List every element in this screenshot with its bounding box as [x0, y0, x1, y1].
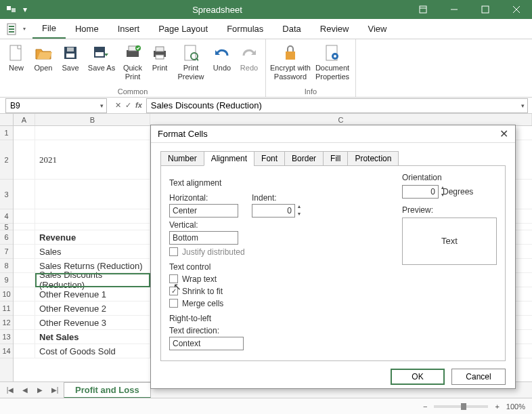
- open-button[interactable]: Open: [30, 42, 57, 74]
- cell[interactable]: Sales: [35, 245, 150, 259]
- spin-up-icon[interactable]: ▲: [438, 185, 447, 192]
- col-header[interactable]: A: [14, 114, 35, 125]
- menu-pagelayout[interactable]: Page Layout: [149, 20, 217, 38]
- spin-down-icon[interactable]: ▼: [294, 211, 304, 219]
- menu-review[interactable]: Review: [311, 20, 359, 38]
- formula-bar: B9 ✕ ✓ fx Sales Discounts (Reduction): [0, 98, 532, 114]
- tab-fill[interactable]: Fill: [323, 151, 348, 166]
- menu-view[interactable]: View: [358, 20, 396, 38]
- row-header[interactable]: 3: [0, 180, 13, 209]
- row-header[interactable]: 14: [0, 344, 13, 358]
- zoom-out-button[interactable]: −: [423, 402, 427, 411]
- row-header[interactable]: 7: [0, 245, 13, 259]
- tab-font[interactable]: Font: [254, 151, 285, 166]
- row-header[interactable]: 5: [0, 224, 13, 230]
- row-header[interactable]: 11: [0, 302, 13, 316]
- spin-up-icon[interactable]: ▲: [294, 204, 304, 211]
- save-button[interactable]: Save: [57, 42, 84, 74]
- sheet-nav-next[interactable]: ▶: [34, 386, 46, 394]
- merge-cells-checkbox[interactable]: [169, 299, 178, 308]
- cell[interactable]: Other Revenue 3: [35, 316, 150, 330]
- zoom-level[interactable]: 100%: [506, 402, 525, 411]
- cell-selected[interactable]: Sales Discounts (Reduction): [35, 273, 150, 287]
- col-header[interactable]: C: [150, 114, 532, 125]
- menu-formulas[interactable]: Formulas: [217, 20, 273, 38]
- cell-year[interactable]: 2021: [35, 140, 150, 180]
- cell-revenue-header[interactable]: Revenue: [35, 230, 150, 245]
- sheet-nav-last[interactable]: ▶|: [49, 386, 61, 394]
- menu-data[interactable]: Data: [273, 20, 310, 38]
- new-button[interactable]: New: [3, 42, 30, 74]
- menu-insert[interactable]: Insert: [108, 20, 150, 38]
- doc-drop-icon[interactable]: ▾: [23, 26, 26, 32]
- row-header[interactable]: 4: [0, 209, 13, 224]
- sheet-nav-first[interactable]: |◀: [4, 386, 16, 394]
- row-header[interactable]: 6: [0, 230, 13, 245]
- row-header[interactable]: 1: [0, 126, 13, 140]
- svg-rect-11: [9, 31, 14, 33]
- encrypt-button[interactable]: Encrypt with Password: [269, 42, 312, 82]
- orientation-spinner[interactable]: 0▲▼: [402, 185, 439, 199]
- name-box[interactable]: B9: [5, 98, 107, 113]
- shrink-to-fit-checkbox[interactable]: ✓: [169, 287, 178, 295]
- dialog-close-button[interactable]: ✕: [500, 127, 508, 140]
- svg-rect-2: [420, 6, 426, 13]
- zoom-slider[interactable]: [434, 405, 488, 408]
- sheet-tab[interactable]: Profit and Loss: [64, 382, 151, 398]
- docprops-button[interactable]: Document Properties: [312, 42, 353, 82]
- row-header[interactable]: 9: [0, 273, 13, 287]
- ribbon-collapse-button[interactable]: [407, 0, 439, 19]
- redo-button[interactable]: Redo: [236, 42, 263, 74]
- wrap-text-checkbox[interactable]: [169, 274, 178, 283]
- spin-down-icon[interactable]: ▼: [438, 192, 447, 200]
- row-header[interactable]: 12: [0, 316, 13, 330]
- col-header[interactable]: B: [35, 114, 150, 125]
- cell[interactable]: Other Revenue 1: [35, 287, 150, 302]
- row-header[interactable]: 8: [0, 259, 13, 273]
- row-header[interactable]: 13: [0, 330, 13, 344]
- horizontal-select[interactable]: Center: [169, 204, 238, 218]
- accept-formula-icon[interactable]: ✓: [125, 101, 131, 110]
- fx-icon[interactable]: fx: [135, 101, 142, 110]
- vertical-select[interactable]: Bottom: [169, 231, 238, 245]
- svg-rect-14: [66, 54, 74, 58]
- maximize-button[interactable]: [470, 0, 501, 19]
- sheet-nav-prev[interactable]: ◀: [19, 386, 31, 394]
- row-header[interactable]: 10: [0, 287, 13, 302]
- vertical-label: Vertical:: [169, 220, 406, 230]
- cancel-formula-icon[interactable]: ✕: [115, 101, 121, 110]
- dialog-title: Format Cells: [158, 129, 208, 139]
- formula-input[interactable]: Sales Discounts (Reduction): [146, 98, 528, 113]
- ribbon-group-info-label: Info: [305, 87, 317, 97]
- saveas-button[interactable]: Save As: [84, 42, 119, 74]
- text-direction-select[interactable]: Context: [169, 337, 244, 350]
- open-icon: [34, 43, 53, 62]
- indent-spinner[interactable]: 0▲▼: [252, 204, 295, 218]
- zoom-in-button[interactable]: +: [495, 402, 499, 411]
- document-icon[interactable]: [5, 22, 19, 37]
- minimize-button[interactable]: [439, 0, 470, 19]
- tab-alignment[interactable]: Alignment: [204, 151, 254, 166]
- tab-number[interactable]: Number: [160, 151, 204, 166]
- tab-protection[interactable]: Protection: [347, 151, 399, 166]
- cell[interactable]: Other Revenue 2: [35, 302, 150, 316]
- row-header[interactable]: 2: [0, 140, 13, 180]
- cell[interactable]: Net Sales: [35, 330, 150, 344]
- printpreview-button[interactable]: Print Preview: [173, 42, 208, 82]
- redo-icon: [240, 43, 259, 62]
- ok-button[interactable]: OK: [391, 369, 445, 385]
- svg-rect-0: [7, 6, 11, 10]
- menu-file[interactable]: File: [32, 19, 66, 39]
- svg-rect-22: [156, 47, 164, 51]
- quickprint-button[interactable]: Quick Print: [119, 42, 146, 82]
- menu-home[interactable]: Home: [66, 20, 108, 38]
- tab-border[interactable]: Border: [284, 151, 324, 166]
- undo-button[interactable]: Undo: [208, 42, 236, 74]
- svg-point-30: [334, 55, 336, 58]
- lock-icon: [281, 43, 300, 62]
- print-button[interactable]: Print: [146, 42, 173, 74]
- cell[interactable]: Cost of Goods Sold: [35, 344, 150, 358]
- cancel-button[interactable]: Cancel: [451, 369, 506, 385]
- select-all-corner[interactable]: [0, 114, 13, 126]
- close-button[interactable]: [501, 0, 532, 19]
